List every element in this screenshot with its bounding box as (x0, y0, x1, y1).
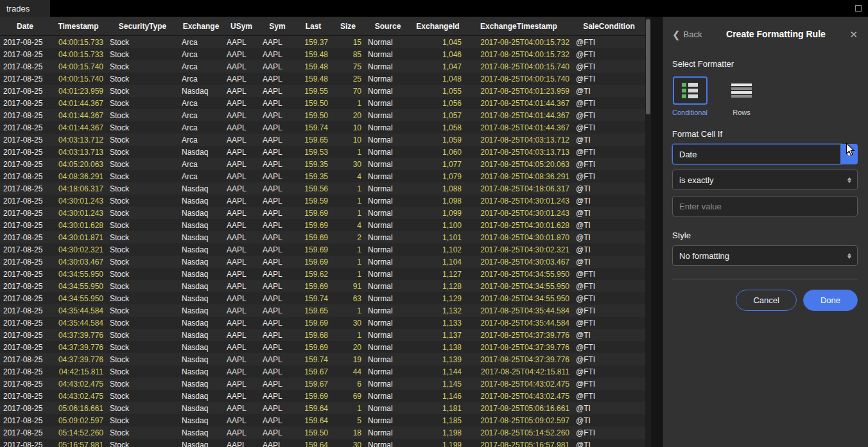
table-cell: AAPL (223, 221, 259, 230)
table-cell: AAPL (259, 367, 295, 376)
table-row[interactable]: 2017-08-2504:35:44.584StockNasdaqAAPLAAP… (0, 317, 645, 329)
column-header-usym[interactable]: USym (223, 22, 259, 31)
table-row[interactable]: 2017-08-2504:37:39.776StockNasdaqAAPLAAP… (0, 341, 645, 353)
table-cell: AAPL (223, 74, 259, 83)
table-row[interactable]: 2017-08-2504:01:44.367StockArcaAAPLAAPL1… (0, 109, 645, 121)
table-row[interactable]: 2017-08-2504:34:55.950StockNasdaqAAPLAAP… (0, 280, 645, 292)
column-header-exchangeid[interactable]: ExchangeId (411, 22, 465, 31)
panel-gutter (651, 17, 663, 447)
table-cell: AAPL (259, 209, 295, 218)
table-cell: @FTI (573, 355, 645, 364)
table-row[interactable]: 2017-08-2504:03:13.712StockArcaAAPLAAPL1… (0, 134, 645, 146)
column-header-last[interactable]: Last (295, 22, 331, 31)
table-cell: 2017-08-25 (0, 148, 50, 157)
close-icon[interactable]: ✕ (849, 30, 858, 39)
table-cell: AAPL (259, 136, 295, 145)
table-row[interactable]: 2017-08-2504:08:36.291StockArcaAAPLAAPL1… (0, 170, 645, 182)
column-header-size[interactable]: Size (331, 22, 365, 31)
condition-select[interactable]: is exactly (672, 170, 858, 190)
table-cell: 04:30:03.467 (50, 258, 107, 267)
column-header-exchangetimestamp[interactable]: ExchangeTimestamp (465, 22, 573, 31)
tab-trades[interactable]: trades (0, 0, 50, 17)
column-combobox-value[interactable]: Date (672, 144, 841, 164)
column-header-date[interactable]: Date (0, 22, 50, 31)
table-cell: Stock (107, 99, 178, 108)
table-row[interactable]: 2017-08-2504:42:15.811StockNasdaqAAPLAAP… (0, 365, 645, 378)
table-cell: @TI (573, 245, 645, 254)
table-row[interactable]: 2017-08-2504:30:02.321StockNasdaqAAPLAAP… (0, 243, 645, 256)
table-row[interactable]: 2017-08-2504:43:02.475StockNasdaqAAPLAAP… (0, 378, 645, 390)
column-header-source[interactable]: Source (365, 22, 411, 31)
vertical-scrollbar[interactable] (645, 17, 651, 447)
table-cell: 4 (331, 221, 365, 230)
table-cell: 2017-08-25T04:01:44.367 (465, 123, 573, 132)
table-cell: Normal (365, 184, 411, 193)
table-row[interactable]: 2017-08-2504:37:39.776StockNasdaqAAPLAAP… (0, 329, 645, 341)
value-input[interactable] (672, 196, 858, 216)
column-combobox-dropdown-button[interactable] (841, 144, 858, 164)
table-cell: 159.53 (295, 148, 331, 157)
table-cell: AAPL (223, 319, 259, 328)
table-row[interactable]: 2017-08-2504:43:02.475StockNasdaqAAPLAAP… (0, 390, 645, 402)
table-row[interactable]: 2017-08-2504:00:15.733StockArcaAAPLAAPL1… (0, 48, 645, 60)
table-row[interactable]: 2017-08-2505:06:16.661StockNasdaqAAPLAAP… (0, 402, 645, 414)
table-cell: 2017-08-25T05:06:16.661 (465, 404, 573, 413)
table-row[interactable]: 2017-08-2504:18:06.317StockNasdaqAAPLAAP… (0, 182, 645, 195)
table-cell: 159.67 (295, 367, 331, 376)
table-row[interactable]: 2017-08-2505:16:57.981StockNasdaqAAPLAAP… (0, 439, 645, 447)
table-cell: AAPL (223, 62, 259, 71)
column-header-exchange[interactable]: Exchange (178, 22, 223, 31)
table-cell: 1,102 (411, 245, 465, 254)
vertical-scrollbar-thumb[interactable] (646, 19, 650, 114)
done-button[interactable]: Done (803, 290, 858, 311)
style-select[interactable]: No formatting (672, 245, 858, 266)
formatter-option-rows[interactable]: Rows (724, 76, 759, 116)
table-cell: Normal (365, 392, 411, 401)
table-row[interactable]: 2017-08-2504:30:01.628StockNasdaqAAPLAAP… (0, 219, 645, 231)
table-cell: Stock (107, 319, 178, 328)
table-row[interactable]: 2017-08-2504:00:15.740StockArcaAAPLAAPL1… (0, 60, 645, 73)
table-row[interactable]: 2017-08-2504:35:44.584StockNasdaqAAPLAAP… (0, 304, 645, 317)
table-cell: AAPL (259, 148, 295, 157)
table-cell: 1,079 (411, 172, 465, 181)
table-row[interactable]: 2017-08-2504:34:55.950StockNasdaqAAPLAAP… (0, 292, 645, 304)
table-cell: @TI (573, 416, 645, 425)
table-cell: 2017-08-25T04:43:02.475 (465, 380, 573, 389)
table-row[interactable]: 2017-08-2505:14:52.260StockNasdaqAAPLAAP… (0, 426, 645, 439)
column-header-sym[interactable]: Sym (259, 22, 295, 31)
table-cell: 1,127 (411, 270, 465, 279)
formatter-option-conditional[interactable]: Conditional (672, 76, 707, 116)
column-header-securitytype[interactable]: SecurityType (107, 22, 178, 31)
back-button[interactable]: ❮ Back (672, 30, 702, 39)
table-row[interactable]: 2017-08-2504:34:55.950StockNasdaqAAPLAAP… (0, 268, 645, 280)
table-cell: AAPL (223, 428, 259, 437)
table-row[interactable]: 2017-08-2504:01:23.959StockNasdaqAAPLAAP… (0, 85, 645, 97)
column-combobox[interactable]: Date (672, 144, 858, 164)
table-cell: @FTI (573, 74, 645, 83)
table-row[interactable]: 2017-08-2504:30:01.871StockNasdaqAAPLAAP… (0, 231, 645, 243)
table-row[interactable]: 2017-08-2504:30:01.243StockNasdaqAAPLAAP… (0, 195, 645, 207)
column-header-salecondition[interactable]: SaleCondition (573, 22, 645, 31)
maximize-icon[interactable] (855, 5, 862, 12)
table-row[interactable]: 2017-08-2504:01:44.367StockArcaAAPLAAPL1… (0, 97, 645, 109)
table-row[interactable]: 2017-08-2504:00:15.733StockArcaAAPLAAPL1… (0, 36, 645, 48)
table-row[interactable]: 2017-08-2504:01:44.367StockArcaAAPLAAPL1… (0, 121, 645, 134)
table-cell: 2017-08-25 (0, 270, 50, 279)
table-cell: 1 (331, 148, 365, 157)
table-cell: AAPL (259, 404, 295, 413)
column-header-timestamp[interactable]: Timestamp (50, 22, 107, 31)
table-cell: AAPL (223, 367, 259, 376)
table-row[interactable]: 2017-08-2504:00:15.740StockArcaAAPLAAPL1… (0, 73, 645, 85)
table-cell: AAPL (259, 294, 295, 303)
table-row[interactable]: 2017-08-2504:03:13.713StockNasdaqAAPLAAP… (0, 146, 645, 158)
table-row[interactable]: 2017-08-2504:30:01.243StockNasdaqAAPLAAP… (0, 207, 645, 219)
table-row[interactable]: 2017-08-2504:05:20.063StockArcaAAPLAAPL1… (0, 158, 645, 170)
table-row[interactable]: 2017-08-2505:09:02.597StockNasdaqAAPLAAP… (0, 414, 645, 426)
table-row[interactable]: 2017-08-2504:30:03.467StockNasdaqAAPLAAP… (0, 256, 645, 268)
table-cell: 2017-08-25T04:18:06.317 (465, 184, 573, 193)
table-cell: 04:03:13.713 (50, 148, 107, 157)
table-row[interactable]: 2017-08-2504:37:39.776StockNasdaqAAPLAAP… (0, 353, 645, 365)
cancel-button[interactable]: Cancel (736, 290, 796, 311)
table-cell: 04:00:15.733 (50, 38, 107, 47)
table-cell: AAPL (259, 233, 295, 242)
